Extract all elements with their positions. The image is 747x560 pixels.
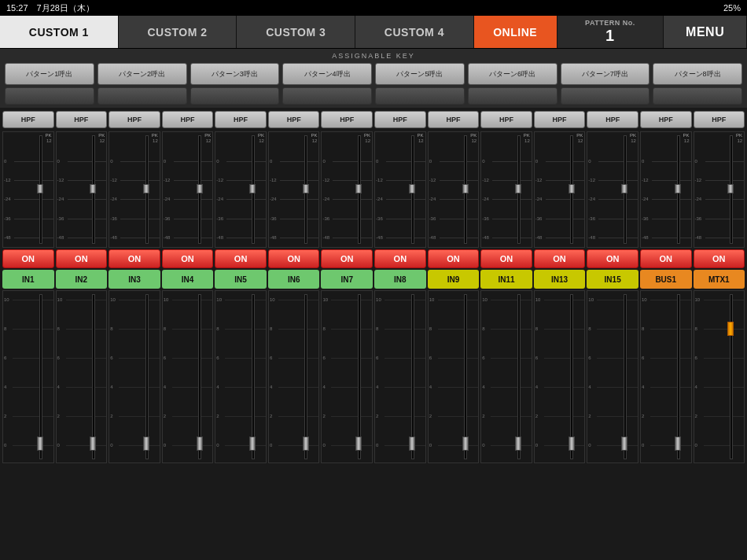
hpf-in6[interactable]: HPF: [268, 111, 320, 128]
tab-pattern[interactable]: PATTERN No. 1: [557, 16, 664, 48]
hpf-in8[interactable]: HPF: [374, 111, 426, 128]
top-fader-knob-in2[interactable]: [90, 184, 96, 193]
channel-label-in2[interactable]: IN2: [56, 270, 108, 289]
on-button-bus1[interactable]: ON: [640, 249, 692, 268]
bottom-fader-knob-in7[interactable]: [355, 437, 362, 451]
on-button-in6[interactable]: ON: [268, 249, 320, 268]
hpf-in5[interactable]: HPF: [215, 111, 267, 128]
hpf-in1[interactable]: HPF: [2, 111, 54, 128]
bottom-fader-knob-in8[interactable]: [409, 437, 415, 451]
bottom-fader-in9: 1086420: [428, 290, 480, 463]
bottom-fader-knob-in6[interactable]: [303, 437, 309, 451]
on-button-mtx1[interactable]: ON: [694, 249, 745, 268]
on-button-in13[interactable]: ON: [534, 249, 586, 268]
assignable-key-1[interactable]: パターン2呼出: [98, 63, 187, 85]
tab-custom4[interactable]: CUSTOM 4: [355, 16, 474, 48]
top-fader-in1: PK120-12-24-36-48: [2, 131, 54, 248]
on-button-in3[interactable]: ON: [109, 249, 160, 268]
on-button-in5[interactable]: ON: [215, 249, 267, 268]
bottom-fader-knob-bus1[interactable]: [675, 437, 681, 451]
channel-label-in15[interactable]: IN15: [587, 270, 638, 289]
on-button-in11[interactable]: ON: [480, 249, 532, 268]
assignable-key-6[interactable]: パターン7呼出: [561, 63, 650, 85]
top-fader-knob-in3[interactable]: [143, 184, 149, 193]
bottom-fader-knob-mtx1[interactable]: [727, 322, 734, 336]
assignable-key-2[interactable]: パターン3呼出: [190, 63, 280, 85]
on-button-in8[interactable]: ON: [374, 249, 426, 268]
bottom-fader-knob-in15[interactable]: [621, 437, 627, 451]
on-button-in1[interactable]: ON: [2, 249, 54, 268]
hpf-in7[interactable]: HPF: [321, 111, 373, 128]
hpf-in11[interactable]: HPF: [480, 111, 532, 128]
bottom-fader-knob-in4[interactable]: [197, 437, 203, 451]
top-fader-in5: PK120-12-24-36-48: [215, 131, 267, 248]
tab-custom1[interactable]: CUSTOM 1: [0, 16, 119, 48]
bottom-fader-knob-in9[interactable]: [462, 437, 469, 451]
on-button-in2[interactable]: ON: [56, 249, 108, 268]
top-fader-knob-in13[interactable]: [569, 184, 575, 193]
hpf-in4[interactable]: HPF: [162, 111, 214, 128]
channel-label-in9[interactable]: IN9: [428, 270, 480, 289]
channel-label-in3[interactable]: IN3: [109, 270, 160, 289]
channel-label-in5[interactable]: IN5: [215, 270, 267, 289]
channel-label-in1[interactable]: IN1: [2, 270, 54, 289]
bottom-fader-knob-in2[interactable]: [90, 437, 96, 451]
top-fader-in15: PK120-12-24-36-48: [587, 131, 638, 248]
hpf-in13[interactable]: HPF: [534, 111, 586, 128]
channel-label-in4[interactable]: IN4: [162, 270, 214, 289]
top-fader-knob-in11[interactable]: [515, 184, 521, 193]
on-button-in9[interactable]: ON: [428, 249, 480, 268]
bottom-fader-knob-in3[interactable]: [143, 437, 149, 451]
top-fader-knob-in6[interactable]: [303, 184, 309, 193]
tab-menu[interactable]: MENU: [664, 16, 747, 48]
tab-custom2[interactable]: CUSTOM 2: [119, 16, 237, 48]
channel-label-mtx1[interactable]: MTX1: [694, 270, 745, 289]
top-fader-knob-in1[interactable]: [37, 184, 43, 193]
tab-bar: CUSTOM 1 CUSTOM 2 CUSTOM 3 CUSTOM 4 ONLI…: [0, 16, 747, 49]
on-button-in4[interactable]: ON: [162, 249, 214, 268]
top-fader-row: PK120-12-24-36-48PK120-12-24-36-48PK120-…: [2, 131, 745, 248]
bottom-fader-knob-in5[interactable]: [249, 437, 256, 451]
bottom-fader-knob-in11[interactable]: [515, 437, 521, 451]
top-fader-in3: PK120-12-24-36-48: [109, 131, 160, 248]
channel-label-in8[interactable]: IN8: [374, 270, 426, 289]
hpf-in9[interactable]: HPF: [428, 111, 480, 128]
on-button-in15[interactable]: ON: [587, 249, 638, 268]
channel-label-in13[interactable]: IN13: [534, 270, 586, 289]
top-fader-in8: PK120-12-24-36-48: [374, 131, 426, 248]
channel-label-in11[interactable]: IN11: [480, 270, 532, 289]
assignable-key-0[interactable]: パターン1呼出: [5, 63, 94, 85]
hpf-mtx1[interactable]: HPF: [694, 111, 745, 128]
assignable-key-empty-5: [468, 87, 557, 105]
top-fader-knob-in15[interactable]: [621, 184, 627, 193]
bottom-fader-in1: 1086420: [2, 290, 54, 463]
bottom-fader-in15: 1086420: [587, 290, 638, 463]
assignable-key-7[interactable]: パターン8呼出: [653, 63, 742, 85]
channel-label-bus1[interactable]: BUS1: [640, 270, 692, 289]
tab-online[interactable]: ONLINE: [474, 16, 557, 48]
bottom-fader-knob-in13[interactable]: [569, 437, 575, 451]
hpf-in2[interactable]: HPF: [56, 111, 108, 128]
assignable-key-empty-3: [282, 87, 372, 105]
top-fader-knob-bus1[interactable]: [675, 184, 681, 193]
hpf-in15[interactable]: HPF: [587, 111, 638, 128]
hpf-in3[interactable]: HPF: [109, 111, 160, 128]
top-fader-knob-in9[interactable]: [462, 184, 469, 193]
assignable-section: ASSIGNABLE KEY パターン1呼出 パターン2呼出 パターン3呼出 パ…: [0, 49, 747, 108]
bottom-fader-knob-in1[interactable]: [37, 437, 43, 451]
assignable-key-4[interactable]: パターン5呼出: [375, 63, 465, 85]
top-fader-knob-in8[interactable]: [409, 184, 415, 193]
tab-custom3[interactable]: CUSTOM 3: [237, 16, 355, 48]
on-button-in7[interactable]: ON: [321, 249, 373, 268]
top-fader-knob-in7[interactable]: [355, 184, 362, 193]
channel-label-in7[interactable]: IN7: [321, 270, 373, 289]
bottom-fader-row: 1086420108642010864201086420108642010864…: [2, 290, 745, 463]
top-fader-in2: PK120-12-24-36-48: [56, 131, 108, 248]
hpf-bus1[interactable]: HPF: [640, 111, 692, 128]
top-fader-knob-in5[interactable]: [249, 184, 256, 193]
top-fader-knob-mtx1[interactable]: [727, 184, 734, 193]
assignable-key-3[interactable]: パターン4呼出: [282, 63, 372, 85]
top-fader-knob-in4[interactable]: [197, 184, 203, 193]
channel-label-in6[interactable]: IN6: [268, 270, 320, 289]
assignable-key-5[interactable]: パターン6呼出: [468, 63, 557, 85]
